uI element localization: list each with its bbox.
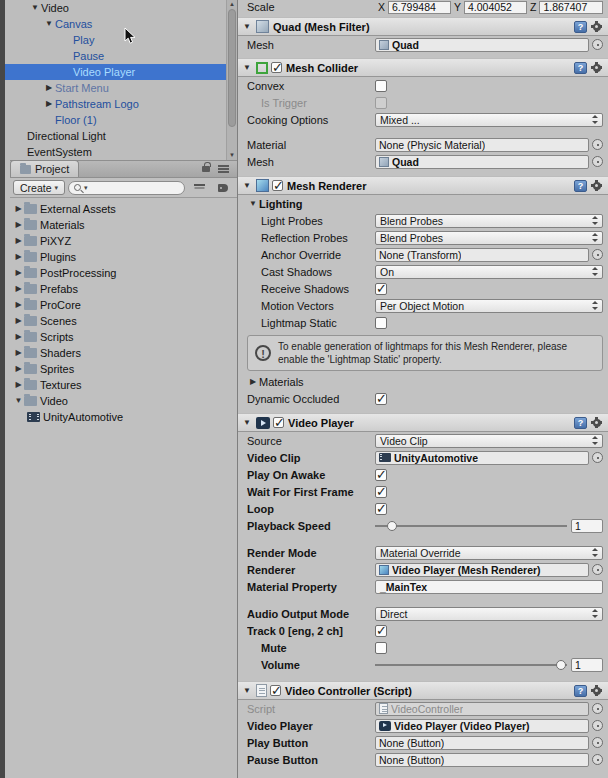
- help-icon[interactable]: [574, 685, 587, 697]
- object-picker-icon[interactable]: [592, 564, 603, 575]
- foldout-closed-icon[interactable]: ▶: [13, 221, 24, 229]
- gear-icon[interactable]: [590, 61, 603, 74]
- wait-first-frame-checkbox[interactable]: [375, 486, 387, 498]
- source-dropdown[interactable]: Video Clip: [375, 434, 603, 448]
- lock-icon[interactable]: [202, 166, 210, 172]
- foldout-open-icon[interactable]: ▼: [241, 182, 253, 190]
- physic-material-field[interactable]: None (Physic Material): [375, 138, 589, 152]
- mesh-renderer-enabled-checkbox[interactable]: [272, 180, 283, 191]
- play-button-field[interactable]: None (Button): [375, 736, 589, 750]
- project-folder-external-assets[interactable]: ▶ External Assets: [10, 201, 237, 217]
- hierarchy-item-floor-1[interactable]: Floor (1): [5, 112, 226, 128]
- foldout-open-icon[interactable]: ▼: [29, 4, 41, 12]
- foldout-open-icon[interactable]: ▼: [241, 64, 253, 72]
- foldout-open-icon[interactable]: ▼: [241, 687, 253, 695]
- project-folder-scripts[interactable]: ▶ Scripts: [10, 329, 237, 345]
- foldout-closed-icon[interactable]: ▶: [13, 301, 24, 309]
- loop-checkbox[interactable]: [375, 503, 387, 515]
- search-input[interactable]: ▾: [68, 181, 185, 195]
- mute-checkbox[interactable]: [375, 642, 387, 654]
- tab-project[interactable]: Project: [10, 160, 79, 177]
- help-icon[interactable]: [574, 21, 587, 33]
- gear-icon[interactable]: [590, 416, 603, 429]
- cast-shadows-dropdown[interactable]: On: [375, 265, 603, 279]
- object-picker-icon[interactable]: [592, 452, 603, 463]
- project-folder-postprocessing[interactable]: ▶ PostProcessing: [10, 265, 237, 281]
- hierarchy-item-play[interactable]: Play: [5, 32, 226, 48]
- volume-slider[interactable]: [375, 658, 567, 672]
- scroll-up-icon[interactable]: ▲: [227, 1, 237, 7]
- scroll-down-icon[interactable]: ▼: [227, 152, 237, 158]
- slider-knob[interactable]: [387, 521, 397, 531]
- component-header-video-controller[interactable]: ▼ Video Controller (Script): [238, 681, 608, 700]
- object-picker-icon[interactable]: [592, 703, 603, 714]
- foldout-open-icon[interactable]: ▼: [43, 20, 55, 28]
- motion-vectors-dropdown[interactable]: Per Object Motion: [375, 299, 603, 313]
- mesh-filter-mesh-field[interactable]: Quad: [375, 38, 589, 52]
- volume-value[interactable]: 1: [571, 658, 603, 672]
- foldout-closed-icon[interactable]: ▶: [43, 84, 55, 92]
- hierarchy-item-video[interactable]: ▼ Video: [5, 0, 226, 16]
- playback-speed-slider[interactable]: [375, 519, 567, 533]
- component-header-mesh-renderer[interactable]: ▼ Mesh Renderer: [238, 176, 608, 195]
- playback-speed-value[interactable]: 1: [571, 519, 603, 533]
- foldout-open-icon[interactable]: ▼: [13, 397, 24, 405]
- hierarchy-item-pathstream-logo[interactable]: ▶ Pathstream Logo: [5, 96, 226, 112]
- video-player-enabled-checkbox[interactable]: [273, 417, 284, 428]
- hierarchy-item-video-player[interactable]: Video Player: [5, 64, 226, 80]
- materials-foldout[interactable]: ▶ Materials: [238, 373, 608, 390]
- foldout-open-icon[interactable]: ▼: [247, 200, 259, 208]
- scale-x-field[interactable]: 6.799484: [388, 1, 451, 14]
- slider-knob[interactable]: [556, 660, 566, 670]
- audio-output-mode-dropdown[interactable]: Direct: [375, 607, 603, 621]
- scale-z-field[interactable]: 1.867407: [539, 1, 603, 14]
- foldout-closed-icon[interactable]: ▶: [13, 285, 24, 293]
- foldout-closed-icon[interactable]: ▶: [13, 317, 24, 325]
- foldout-closed-icon[interactable]: ▶: [13, 349, 24, 357]
- mesh-collider-enabled-checkbox[interactable]: [271, 62, 282, 73]
- object-picker-icon[interactable]: [592, 720, 603, 731]
- object-picker-icon[interactable]: [592, 249, 603, 260]
- component-header-mesh-collider[interactable]: ▼ Mesh Collider: [238, 58, 608, 77]
- video-controller-enabled-checkbox[interactable]: [270, 685, 281, 696]
- foldout-closed-icon[interactable]: ▶: [13, 269, 24, 277]
- hierarchy-scrollbar[interactable]: ▲ ▼: [226, 0, 237, 160]
- lightmap-static-checkbox[interactable]: [375, 317, 387, 329]
- project-folder-plugins[interactable]: ▶ Plugins: [10, 249, 237, 265]
- project-folder-pixyz[interactable]: ▶ PiXYZ: [10, 233, 237, 249]
- create-button[interactable]: Create ▾: [13, 180, 65, 195]
- project-folder-sprites[interactable]: ▶ Sprites: [10, 361, 237, 377]
- dynamic-occluded-checkbox[interactable]: [375, 393, 387, 405]
- renderer-field[interactable]: Video Player (Mesh Renderer): [375, 563, 589, 577]
- foldout-closed-icon[interactable]: ▶: [13, 237, 24, 245]
- help-icon[interactable]: [574, 417, 587, 429]
- reflection-probes-dropdown[interactable]: Blend Probes: [375, 231, 603, 245]
- project-folder-prefabs[interactable]: ▶ Prefabs: [10, 281, 237, 297]
- mesh-collider-mesh-field[interactable]: Quad: [375, 155, 589, 169]
- project-folder-procore[interactable]: ▶ ProCore: [10, 297, 237, 313]
- gear-icon[interactable]: [590, 20, 603, 33]
- foldout-closed-icon[interactable]: ▶: [13, 365, 24, 373]
- component-header-mesh-filter[interactable]: ▼ Quad (Mesh Filter): [238, 17, 608, 36]
- light-probes-dropdown[interactable]: Blend Probes: [375, 214, 603, 228]
- filter-by-type-icon[interactable]: [194, 184, 205, 186]
- material-property-field[interactable]: _MainTex: [375, 580, 603, 594]
- foldout-closed-icon[interactable]: ▶: [13, 333, 24, 341]
- pause-button-field[interactable]: None (Button): [375, 753, 589, 767]
- help-icon[interactable]: [574, 180, 587, 192]
- hierarchy-item-start-menu[interactable]: ▶ Start Menu: [5, 80, 226, 96]
- hierarchy-item-canvas[interactable]: ▼ Canvas: [5, 16, 226, 32]
- track0-checkbox[interactable]: [375, 625, 387, 637]
- lighting-foldout[interactable]: ▼ Lighting: [238, 195, 608, 212]
- foldout-open-icon[interactable]: ▼: [241, 419, 253, 427]
- video-clip-field[interactable]: UnityAutomotive: [375, 451, 589, 465]
- filter-by-label-icon[interactable]: [218, 184, 228, 192]
- render-mode-dropdown[interactable]: Material Override: [375, 546, 603, 560]
- scrollbar-thumb[interactable]: [228, 9, 236, 127]
- object-picker-icon[interactable]: [592, 737, 603, 748]
- gear-icon[interactable]: [590, 179, 603, 192]
- receive-shadows-checkbox[interactable]: [375, 283, 387, 295]
- hierarchy-item-pause[interactable]: Pause: [5, 48, 226, 64]
- foldout-closed-icon[interactable]: ▶: [13, 253, 24, 261]
- script-field[interactable]: VideoController: [375, 702, 589, 716]
